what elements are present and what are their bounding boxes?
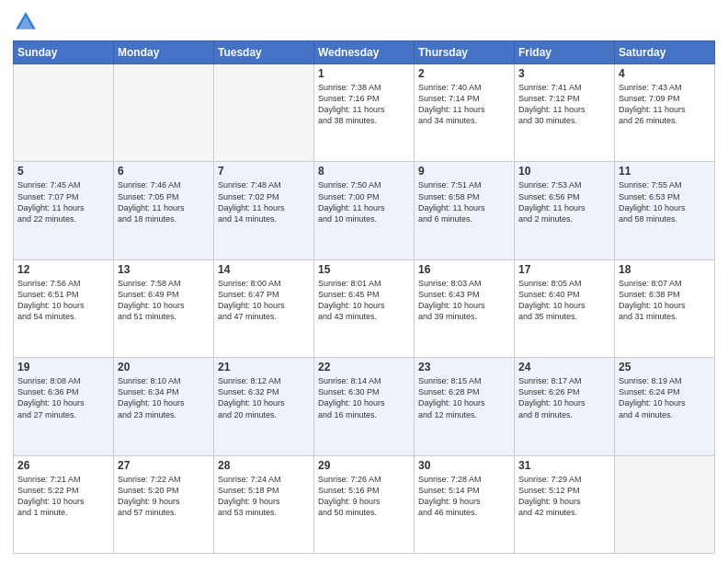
day-info: Sunrise: 7:53 AM Sunset: 6:56 PM Dayligh… bbox=[518, 179, 610, 224]
day-info: Sunrise: 7:55 AM Sunset: 6:53 PM Dayligh… bbox=[619, 179, 711, 224]
calendar-table: SundayMondayTuesdayWednesdayThursdayFrid… bbox=[13, 40, 715, 554]
calendar-cell: 9Sunrise: 7:51 AM Sunset: 6:58 PM Daylig… bbox=[415, 162, 515, 259]
day-number: 22 bbox=[318, 361, 410, 373]
day-number: 23 bbox=[418, 361, 510, 373]
day-info: Sunrise: 8:08 AM Sunset: 6:36 PM Dayligh… bbox=[17, 375, 109, 420]
day-info: Sunrise: 7:38 AM Sunset: 7:16 PM Dayligh… bbox=[318, 82, 410, 127]
day-number: 30 bbox=[418, 459, 510, 472]
calendar-cell: 21Sunrise: 8:12 AM Sunset: 6:32 PM Dayli… bbox=[214, 358, 314, 455]
day-number: 31 bbox=[518, 459, 610, 472]
day-info: Sunrise: 8:00 AM Sunset: 6:47 PM Dayligh… bbox=[218, 278, 310, 323]
day-info: Sunrise: 7:24 AM Sunset: 5:18 PM Dayligh… bbox=[218, 474, 310, 519]
calendar-cell: 26Sunrise: 7:21 AM Sunset: 5:22 PM Dayli… bbox=[14, 455, 114, 553]
day-info: Sunrise: 7:28 AM Sunset: 5:14 PM Dayligh… bbox=[418, 474, 510, 519]
calendar-cell: 6Sunrise: 7:46 AM Sunset: 7:05 PM Daylig… bbox=[114, 162, 214, 259]
day-header-monday: Monday bbox=[114, 41, 214, 64]
calendar-cell: 13Sunrise: 7:58 AM Sunset: 6:49 PM Dayli… bbox=[114, 259, 214, 357]
day-info: Sunrise: 8:10 AM Sunset: 6:34 PM Dayligh… bbox=[118, 375, 210, 420]
calendar-cell: 17Sunrise: 8:05 AM Sunset: 6:40 PM Dayli… bbox=[515, 259, 615, 357]
day-number: 25 bbox=[619, 361, 711, 373]
calendar-cell bbox=[214, 64, 314, 162]
day-number: 20 bbox=[118, 361, 210, 373]
day-number: 13 bbox=[118, 263, 210, 276]
day-number: 27 bbox=[118, 459, 210, 472]
calendar-cell: 30Sunrise: 7:28 AM Sunset: 5:14 PM Dayli… bbox=[415, 455, 515, 553]
day-number: 15 bbox=[318, 263, 410, 276]
day-info: Sunrise: 7:43 AM Sunset: 7:09 PM Dayligh… bbox=[619, 82, 711, 127]
calendar-cell: 12Sunrise: 7:56 AM Sunset: 6:51 PM Dayli… bbox=[14, 259, 114, 357]
calendar-cell: 20Sunrise: 8:10 AM Sunset: 6:34 PM Dayli… bbox=[114, 358, 214, 455]
day-header-saturday: Saturday bbox=[615, 41, 715, 64]
day-header-wednesday: Wednesday bbox=[314, 41, 415, 64]
calendar-cell: 31Sunrise: 7:29 AM Sunset: 5:12 PM Dayli… bbox=[515, 455, 615, 553]
day-info: Sunrise: 7:46 AM Sunset: 7:05 PM Dayligh… bbox=[118, 179, 210, 224]
calendar-cell: 8Sunrise: 7:50 AM Sunset: 7:00 PM Daylig… bbox=[314, 162, 415, 259]
calendar-cell bbox=[114, 64, 214, 162]
day-number: 11 bbox=[619, 165, 711, 178]
day-number: 5 bbox=[17, 165, 109, 178]
day-info: Sunrise: 8:07 AM Sunset: 6:38 PM Dayligh… bbox=[619, 278, 711, 323]
day-number: 9 bbox=[418, 165, 510, 178]
day-info: Sunrise: 8:03 AM Sunset: 6:43 PM Dayligh… bbox=[418, 278, 510, 323]
calendar-cell bbox=[615, 455, 715, 553]
calendar-cell: 10Sunrise: 7:53 AM Sunset: 6:56 PM Dayli… bbox=[515, 162, 615, 259]
week-row-2: 5Sunrise: 7:45 AM Sunset: 7:07 PM Daylig… bbox=[14, 162, 715, 259]
calendar-cell: 11Sunrise: 7:55 AM Sunset: 6:53 PM Dayli… bbox=[615, 162, 715, 259]
day-info: Sunrise: 7:45 AM Sunset: 7:07 PM Dayligh… bbox=[17, 179, 109, 224]
page: SundayMondayTuesdayWednesdayThursdayFrid… bbox=[0, 0, 728, 563]
header bbox=[13, 9, 715, 35]
calendar-cell: 19Sunrise: 8:08 AM Sunset: 6:36 PM Dayli… bbox=[14, 358, 114, 455]
calendar-cell bbox=[14, 64, 114, 162]
logo-icon bbox=[13, 9, 39, 35]
day-info: Sunrise: 7:41 AM Sunset: 7:12 PM Dayligh… bbox=[518, 82, 610, 127]
day-info: Sunrise: 8:15 AM Sunset: 6:28 PM Dayligh… bbox=[418, 375, 510, 420]
day-info: Sunrise: 8:14 AM Sunset: 6:30 PM Dayligh… bbox=[318, 375, 410, 420]
calendar-cell: 29Sunrise: 7:26 AM Sunset: 5:16 PM Dayli… bbox=[314, 455, 415, 553]
week-row-3: 12Sunrise: 7:56 AM Sunset: 6:51 PM Dayli… bbox=[14, 259, 715, 357]
day-info: Sunrise: 8:17 AM Sunset: 6:26 PM Dayligh… bbox=[518, 375, 610, 420]
day-number: 8 bbox=[318, 165, 410, 178]
calendar-cell: 14Sunrise: 8:00 AM Sunset: 6:47 PM Dayli… bbox=[214, 259, 314, 357]
day-header-friday: Friday bbox=[515, 41, 615, 64]
day-number: 2 bbox=[418, 67, 510, 80]
calendar-cell: 28Sunrise: 7:24 AM Sunset: 5:18 PM Dayli… bbox=[214, 455, 314, 553]
day-info: Sunrise: 7:58 AM Sunset: 6:49 PM Dayligh… bbox=[118, 278, 210, 323]
day-info: Sunrise: 7:40 AM Sunset: 7:14 PM Dayligh… bbox=[418, 82, 510, 127]
day-number: 17 bbox=[518, 263, 610, 276]
day-number: 28 bbox=[218, 459, 310, 472]
day-number: 19 bbox=[17, 361, 109, 373]
day-info: Sunrise: 7:29 AM Sunset: 5:12 PM Dayligh… bbox=[518, 474, 610, 519]
logo bbox=[13, 9, 42, 35]
calendar-cell: 2Sunrise: 7:40 AM Sunset: 7:14 PM Daylig… bbox=[415, 64, 515, 162]
day-number: 29 bbox=[318, 459, 410, 472]
day-info: Sunrise: 7:48 AM Sunset: 7:02 PM Dayligh… bbox=[218, 179, 310, 224]
day-number: 16 bbox=[418, 263, 510, 276]
day-info: Sunrise: 7:21 AM Sunset: 5:22 PM Dayligh… bbox=[17, 474, 109, 519]
day-number: 24 bbox=[518, 361, 610, 373]
day-number: 1 bbox=[318, 67, 410, 80]
calendar-cell: 15Sunrise: 8:01 AM Sunset: 6:45 PM Dayli… bbox=[314, 259, 415, 357]
week-row-4: 19Sunrise: 8:08 AM Sunset: 6:36 PM Dayli… bbox=[14, 358, 715, 455]
calendar-cell: 3Sunrise: 7:41 AM Sunset: 7:12 PM Daylig… bbox=[515, 64, 615, 162]
calendar-cell: 23Sunrise: 8:15 AM Sunset: 6:28 PM Dayli… bbox=[415, 358, 515, 455]
calendar-cell: 7Sunrise: 7:48 AM Sunset: 7:02 PM Daylig… bbox=[214, 162, 314, 259]
day-info: Sunrise: 8:01 AM Sunset: 6:45 PM Dayligh… bbox=[318, 278, 410, 323]
day-number: 7 bbox=[218, 165, 310, 178]
day-info: Sunrise: 8:05 AM Sunset: 6:40 PM Dayligh… bbox=[518, 278, 610, 323]
calendar-cell: 24Sunrise: 8:17 AM Sunset: 6:26 PM Dayli… bbox=[515, 358, 615, 455]
day-number: 12 bbox=[17, 263, 109, 276]
day-info: Sunrise: 8:19 AM Sunset: 6:24 PM Dayligh… bbox=[619, 375, 711, 420]
day-number: 3 bbox=[518, 67, 610, 80]
calendar-cell: 18Sunrise: 8:07 AM Sunset: 6:38 PM Dayli… bbox=[615, 259, 715, 357]
day-header-sunday: Sunday bbox=[14, 41, 114, 64]
calendar-cell: 5Sunrise: 7:45 AM Sunset: 7:07 PM Daylig… bbox=[14, 162, 114, 259]
week-row-1: 1Sunrise: 7:38 AM Sunset: 7:16 PM Daylig… bbox=[14, 64, 715, 162]
day-number: 14 bbox=[218, 263, 310, 276]
calendar-cell: 1Sunrise: 7:38 AM Sunset: 7:16 PM Daylig… bbox=[314, 64, 415, 162]
calendar-cell: 27Sunrise: 7:22 AM Sunset: 5:20 PM Dayli… bbox=[114, 455, 214, 553]
day-number: 26 bbox=[17, 459, 109, 472]
calendar-header-row: SundayMondayTuesdayWednesdayThursdayFrid… bbox=[14, 41, 715, 64]
day-number: 4 bbox=[619, 67, 711, 80]
day-info: Sunrise: 7:26 AM Sunset: 5:16 PM Dayligh… bbox=[318, 474, 410, 519]
calendar-cell: 4Sunrise: 7:43 AM Sunset: 7:09 PM Daylig… bbox=[615, 64, 715, 162]
